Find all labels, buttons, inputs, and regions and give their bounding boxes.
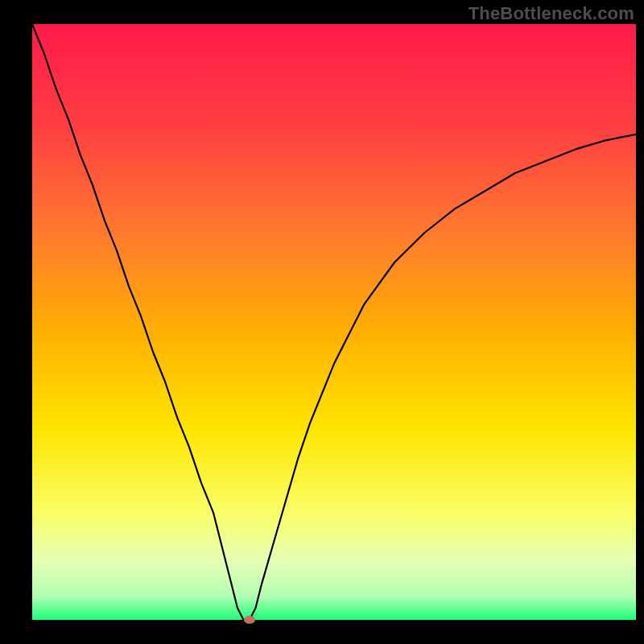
- bottleneck-chart: [0, 0, 644, 644]
- plot-background: [32, 24, 636, 620]
- optimal-point-marker: [244, 616, 255, 624]
- chart-frame: { "watermark": "TheBottleneck.com", "cha…: [0, 0, 644, 644]
